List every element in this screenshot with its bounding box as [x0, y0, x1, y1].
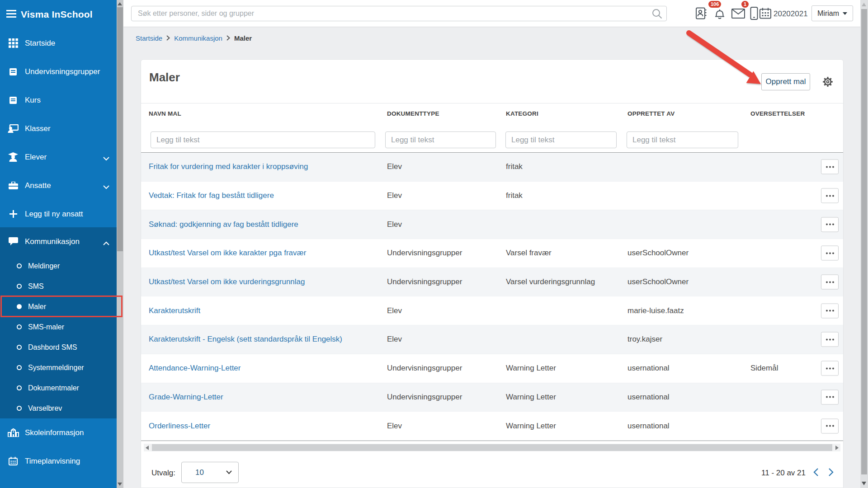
category: Varsel vurderingsgrunnlag	[506, 277, 595, 286]
window-scrollbar-thumb[interactable]	[861, 9, 867, 474]
row-actions-button[interactable]	[821, 246, 839, 261]
template-name-link[interactable]: Karakterutskrift	[149, 306, 200, 315]
template-name-link[interactable]: Søknad: godkjenning av fag bestått tidli…	[149, 220, 298, 229]
pagination-range: 11 - 20 av 21	[747, 469, 806, 478]
pagination-next-button[interactable]	[828, 468, 834, 479]
scroll-left-arrow-icon[interactable]	[146, 446, 149, 450]
sidebar-item-startside[interactable]: Startside	[0, 29, 117, 57]
pagination-prev-button[interactable]	[813, 468, 819, 479]
template-name-link[interactable]: Utkast/test Varsel om ikke karakter pga …	[149, 249, 306, 258]
row-actions-button[interactable]	[821, 389, 839, 404]
scroll-up-arrow-icon[interactable]	[118, 2, 122, 5]
template-name-link[interactable]: Vedtak: Fritak for fag bestått tidligere	[149, 191, 274, 200]
scroll-down-arrow-icon[interactable]	[118, 483, 122, 486]
sidebar-item-kurs[interactable]: Kurs	[0, 86, 117, 114]
category: fritak	[506, 162, 523, 171]
row-actions-button[interactable]	[821, 275, 839, 290]
row-actions-button[interactable]	[821, 217, 839, 232]
sidebar-subitem-sms[interactable]: SMS	[0, 276, 117, 296]
sidebar-item-skoleinformasjon[interactable]: Skoleinformasjon	[0, 418, 117, 447]
sidebar-subitem-label: Maler	[28, 303, 46, 311]
app-logo: Visma InSchool	[21, 9, 93, 20]
sidebar-subitem-dokumentmaler[interactable]: Dokumentmaler	[0, 378, 117, 398]
divider	[141, 441, 843, 441]
chevron-down-icon	[103, 183, 109, 191]
template-name-link[interactable]: Orderliness-Letter	[149, 422, 210, 431]
notifications-bell-icon[interactable]	[713, 7, 726, 22]
create-template-button[interactable]: Opprett mal	[761, 73, 810, 90]
horizontal-scrollbar-thumb[interactable]	[152, 444, 832, 451]
filter-input-navn-mal[interactable]	[151, 131, 375, 148]
row-actions-button[interactable]	[821, 361, 839, 376]
scroll-up-arrow-icon[interactable]	[862, 3, 866, 6]
sidebar-kommunikasjon-section: Kommunikasjon Meldinger SMS Maler SMS-ma…	[0, 227, 117, 418]
breadcrumb: Startside Kommunikasjon Maler	[136, 34, 252, 42]
filter-input-kategori[interactable]	[505, 131, 617, 148]
scroll-right-arrow-icon[interactable]	[835, 446, 839, 450]
sidebar-item-label: Elever	[25, 153, 47, 162]
page-size-select[interactable]: 10	[181, 462, 239, 483]
sidebar-item-ansatte[interactable]: Ansatte	[0, 171, 117, 200]
table-row: Attendance-Warning-Letter Undervisningsg…	[141, 354, 843, 383]
sidebar-subitem-dashbord-sms[interactable]: Dashbord SMS	[0, 337, 117, 357]
search-input[interactable]	[131, 6, 667, 21]
sidebar-item-klasser[interactable]: Klasser	[0, 114, 117, 143]
document-type: Elev	[387, 422, 402, 431]
sidebar-scrollbar-thumb[interactable]	[117, 7, 123, 251]
topbar: 106 1 20202021 Miriam	[123, 0, 860, 27]
created-by: userSchoolOwner	[627, 249, 689, 258]
filter-input-opprettet-av[interactable]	[627, 131, 738, 148]
breadcrumb-link-kommunikasjon[interactable]: Kommunikasjon	[174, 34, 222, 42]
sidebar-item-label: Legg til ny ansatt	[25, 210, 83, 219]
breadcrumb-link-startside[interactable]: Startside	[136, 34, 162, 42]
chevron-down-icon	[103, 155, 109, 163]
category: Warning Letter	[506, 422, 556, 431]
sidebar-subitem-maler-active[interactable]: Maler	[0, 296, 117, 317]
template-name-link[interactable]: Attendance-Warning-Letter	[149, 364, 241, 373]
contacts-icon[interactable]	[695, 7, 707, 21]
sidebar-item-label: Skoleinformasjon	[25, 428, 84, 437]
sidebar-item-timeplanvisning[interactable]: Timeplanvisning	[0, 447, 117, 475]
template-name-link[interactable]: Karakterutskrift - Engelsk (sett standar…	[149, 335, 342, 344]
created-by: usernational	[627, 364, 670, 373]
row-actions-button[interactable]	[821, 332, 839, 347]
template-name-link[interactable]: Grade-Warning-Letter	[149, 393, 223, 402]
sidebar-subitem-label: Dashbord SMS	[28, 343, 77, 352]
template-name-link[interactable]: Fritak for vurdering med karakter i krop…	[149, 162, 308, 171]
table-horizontal-scrollbar[interactable]	[144, 444, 840, 451]
mobile-phone-icon[interactable]	[750, 7, 758, 22]
sidebar-subitem-varselbrev[interactable]: Varselbrev	[0, 398, 117, 418]
user-menu-button[interactable]: Miriam	[811, 5, 853, 21]
row-actions-button[interactable]	[821, 188, 839, 203]
hamburger-menu-icon[interactable]	[6, 10, 16, 19]
window-scrollbar[interactable]	[860, 0, 868, 488]
filter-input-dokumenttype[interactable]	[385, 131, 496, 148]
row-actions-button[interactable]	[821, 418, 839, 433]
book-icon	[7, 96, 19, 104]
sidebar-subitem-sms-maler[interactable]: SMS-maler	[0, 317, 117, 337]
sidebar-item-undervisningsgrupper[interactable]: Undervisningsgrupper	[0, 57, 117, 86]
row-actions-button[interactable]	[821, 303, 839, 318]
calendar-icon[interactable]	[760, 8, 771, 21]
table-row: Utkast/test Varsel om ikke vurderingsgru…	[141, 268, 843, 297]
gear-settings-icon[interactable]	[822, 76, 834, 89]
row-actions-button[interactable]	[821, 160, 839, 174]
sidebar-item-elever[interactable]: Elever	[0, 143, 117, 171]
sidebar-subitem-label: Systemmeldinger	[28, 364, 84, 372]
school-building-icon	[7, 428, 19, 437]
sidebar-subitem-systemmeldinger[interactable]: Systemmeldinger	[0, 357, 117, 378]
sidebar-item-kommunikasjon[interactable]: Kommunikasjon	[0, 227, 117, 256]
mail-icon[interactable]	[731, 9, 745, 20]
plus-icon	[7, 210, 19, 218]
search-icon[interactable]	[652, 9, 662, 21]
sidebar-item-legg-til-ny-ansatt[interactable]: Legg til ny ansatt	[0, 200, 117, 228]
grid-icon	[7, 38, 19, 48]
sidebar-scrollbar[interactable]	[117, 0, 123, 488]
breadcrumb-current: Maler	[234, 34, 252, 42]
scroll-down-arrow-icon[interactable]	[862, 482, 866, 485]
page-size-label: Utvalg:	[151, 469, 175, 478]
template-name-link[interactable]: Utkast/test Varsel om ikke vurderingsgru…	[149, 277, 305, 286]
column-header-dokumenttype: DOKUMENTTYPE	[387, 110, 439, 117]
sidebar-subitem-meldinger[interactable]: Meldinger	[0, 256, 117, 276]
table-row: Fritak for vurdering med karakter i krop…	[141, 153, 843, 182]
